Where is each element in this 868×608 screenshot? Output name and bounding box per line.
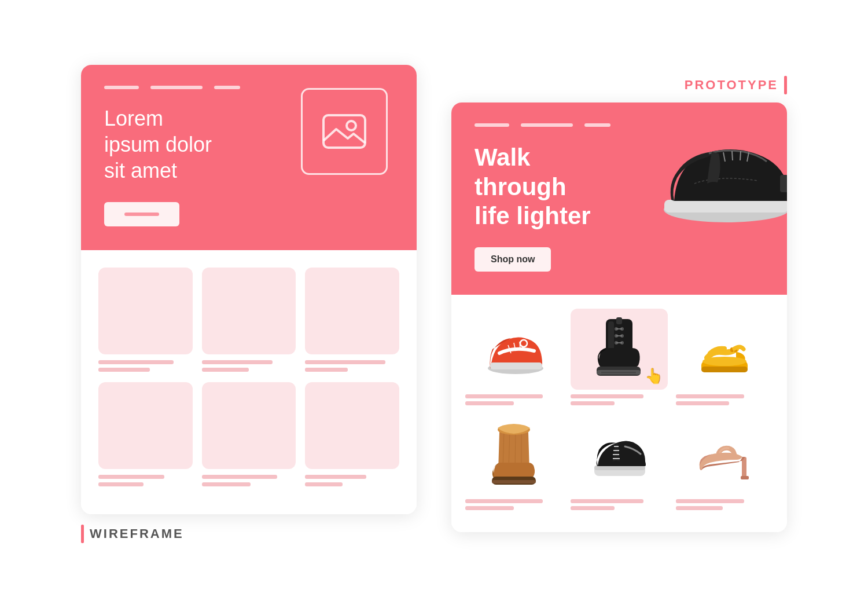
prototype-grid-row2 <box>465 413 773 510</box>
wireframe-image-placeholder <box>301 88 388 175</box>
wf-lines-1 <box>98 360 193 372</box>
svg-rect-9 <box>780 175 787 192</box>
wireframe-panel: Lorem ipsum dolor sit amet <box>81 65 417 543</box>
prototype-card: Walk through life lighter Shop now <box>451 102 787 532</box>
cursor-icon: 👆 <box>645 367 663 385</box>
wf-lines-2 <box>202 360 296 372</box>
wf-img-4 <box>98 382 193 469</box>
red-sneaker-svg <box>482 323 546 375</box>
black-platform-svg <box>587 428 651 480</box>
wf-line <box>202 482 251 486</box>
pt-line <box>465 499 543 503</box>
prototype-header: Walk through life lighter Shop now <box>451 102 787 294</box>
wireframe-grid-row1 <box>98 268 399 372</box>
wireframe-card: Lorem ipsum dolor sit amet <box>81 65 417 514</box>
pt-lines-black-boot <box>571 394 668 405</box>
svg-rect-15 <box>490 362 542 369</box>
svg-rect-3 <box>664 200 787 213</box>
wf-line <box>202 475 277 479</box>
hero-shoe-container <box>642 114 787 230</box>
pt-item-black-boot[interactable]: 👆 <box>571 309 668 405</box>
pt-lines-nude-heel <box>676 499 773 510</box>
wf-line <box>305 360 385 364</box>
pt-line <box>571 506 615 510</box>
wf-item-3 <box>305 268 399 372</box>
yellow-sandal-svg <box>693 323 756 375</box>
hero-shoe-svg <box>642 114 787 230</box>
wf-item-2 <box>202 268 296 372</box>
wf-img-5 <box>202 382 296 469</box>
pt-img-ugg-boot <box>465 413 562 495</box>
pt-line <box>465 394 543 398</box>
pt-lines-red-sneaker <box>465 394 562 405</box>
wf-line <box>98 475 164 479</box>
wf-item-4 <box>98 382 193 486</box>
pt-lines-ugg-boot <box>465 499 562 510</box>
wf-line <box>98 368 150 372</box>
wireframe-body <box>81 250 417 514</box>
prototype-label-text: PROTOTYPE <box>685 78 778 93</box>
pt-line <box>571 394 643 398</box>
prototype-grid-row1: 👆 <box>465 309 773 405</box>
pt-nav-line-1 <box>475 123 509 127</box>
wf-line <box>305 475 366 479</box>
wf-item-6 <box>305 382 399 486</box>
pt-line <box>571 499 643 503</box>
pt-lines-black-platform <box>571 499 668 510</box>
wireframe-label-bar <box>81 525 84 543</box>
pt-item-ugg-boot[interactable] <box>465 413 562 510</box>
wf-lines-5 <box>202 475 296 486</box>
svg-rect-18 <box>616 317 622 324</box>
pt-line <box>571 401 615 405</box>
svg-point-1 <box>347 121 356 130</box>
nude-heel-svg <box>693 425 756 483</box>
wf-line <box>202 360 273 364</box>
pt-line <box>676 506 723 510</box>
pt-img-red-sneaker <box>465 309 562 390</box>
nav-line-3 <box>214 86 240 89</box>
wireframe-header: Lorem ipsum dolor sit amet <box>81 65 417 250</box>
svg-rect-45 <box>594 466 645 470</box>
pt-item-red-sneaker[interactable] <box>465 309 562 405</box>
pt-img-black-boot: 👆 <box>571 309 668 390</box>
wf-line <box>305 368 347 372</box>
pt-item-black-platform[interactable] <box>571 413 668 510</box>
wireframe-button-placeholder[interactable] <box>104 202 179 226</box>
svg-rect-0 <box>323 115 365 148</box>
pt-line <box>676 499 744 503</box>
pt-line <box>465 506 514 510</box>
pt-line <box>465 401 514 405</box>
svg-rect-43 <box>492 480 536 484</box>
wireframe-label: WIREFRAME <box>81 525 184 543</box>
wf-img-1 <box>98 268 193 354</box>
prototype-body: 👆 <box>451 295 787 532</box>
wf-line <box>202 368 249 372</box>
pt-img-yellow-sandal <box>676 309 773 390</box>
wireframe-grid-row2 <box>98 382 399 486</box>
pt-nav-line-2 <box>521 123 573 127</box>
prototype-label: PROTOTYPE <box>685 76 787 94</box>
pt-item-nude-heel[interactable] <box>676 413 773 510</box>
nav-line-2 <box>150 86 203 89</box>
wireframe-label-text: WIREFRAME <box>90 526 184 541</box>
wf-img-3 <box>305 268 399 354</box>
wf-lines-6 <box>305 475 399 486</box>
svg-line-6 <box>732 151 733 160</box>
wf-line <box>98 360 174 364</box>
svg-line-7 <box>740 151 741 160</box>
wf-img-6 <box>305 382 399 469</box>
wf-line <box>305 482 343 486</box>
pt-lines-yellow-sandal <box>676 394 773 405</box>
pt-item-yellow-sandal[interactable] <box>676 309 773 405</box>
ugg-boot-svg <box>482 422 546 486</box>
wf-line <box>98 482 144 486</box>
shop-now-button[interactable]: Shop now <box>475 247 551 272</box>
wf-img-2 <box>202 268 296 354</box>
wf-item-5 <box>202 382 296 486</box>
wf-item-1 <box>98 268 193 372</box>
pt-line <box>676 394 744 398</box>
wf-lines-4 <box>98 475 193 486</box>
pt-img-black-platform <box>571 413 668 495</box>
pt-img-nude-heel <box>676 413 773 495</box>
pt-line <box>676 401 729 405</box>
